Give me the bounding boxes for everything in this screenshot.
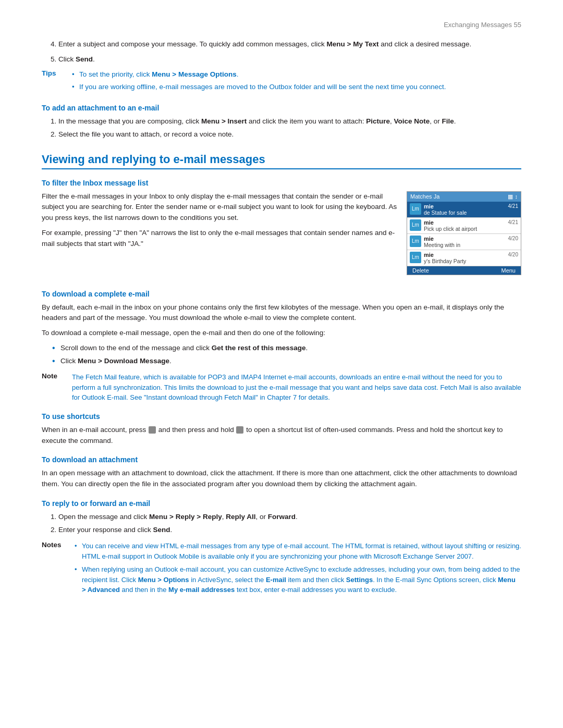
main-section-title: Viewing and replying to e-mail messages (42, 153, 521, 169)
reply-forward-step-1: Open the message and click Menu > Reply … (58, 512, 521, 523)
bullet-2: Click Menu > Download Message. (52, 356, 521, 367)
add-attachment-step-1: In the message that you are composing, c… (58, 116, 521, 127)
avatar: Lm (410, 219, 421, 231)
download-attachment-body: In an open message with an attachment to… (42, 468, 521, 490)
tips-content: To set the priority, click Menu > Messag… (72, 69, 521, 94)
key-icon (149, 426, 156, 434)
reply-forward-steps: Open the message and click Menu > Reply … (58, 512, 521, 536)
shortcuts-title: To use shortcuts (42, 412, 521, 421)
tips-label: Tips (42, 69, 68, 94)
tips-block: Tips To set the priority, click Menu > M… (42, 69, 521, 94)
bullet-1: Scroll down to the end of the message an… (52, 343, 521, 354)
step-4: Enter a subject and compose your message… (58, 39, 521, 50)
add-attachment-title: To add an attachment to an e-mail (42, 104, 521, 112)
tip-1: To set the priority, click Menu > Messag… (72, 69, 521, 80)
filter-inbox-title: To filter the Inbox message list (42, 179, 521, 187)
step-5: Click Send. (58, 54, 521, 65)
inbox-footer: Delete Menu (407, 266, 521, 275)
filter-inbox-section: Matches Ja ▦ ↕ Lm mie de Statue for sale… (42, 191, 521, 280)
reply-forward-title: To reply to or forward an e-mail (42, 499, 521, 508)
key-hold-icon (236, 426, 243, 434)
inbox-screenshot-header: Matches Ja ▦ ↕ (407, 192, 521, 202)
shortcuts-body: When in an e-mail account, press and the… (42, 425, 521, 447)
note-block: Note The Fetch Mail feature, which is av… (42, 372, 521, 403)
download-complete-title: To download a complete e-mail (42, 290, 521, 298)
add-attachment-step-2: Select the file you want to attach, or r… (58, 129, 521, 140)
avatar: Lm (410, 203, 421, 215)
inbox-row: Lm mie Meeting with in 4/20 (407, 234, 521, 250)
download-complete-body2: To download a complete e-mail message, o… (42, 328, 521, 339)
inbox-row: Lm mie Pick up click at airport 4/21 (407, 218, 521, 234)
inbox-row: Lm mie y's Birthday Party 4/20 (407, 250, 521, 266)
note-item-1: You can receive and view HTML e-mail mes… (75, 541, 521, 561)
add-attachment-steps: In the message that you are composing, c… (58, 116, 521, 140)
notes-block: Notes You can receive and view HTML e-ma… (42, 541, 521, 598)
download-attachment-title: To download an attachment (42, 455, 521, 464)
reply-forward-step-2: Enter your response and click Send. (58, 525, 521, 536)
download-complete-bullets: Scroll down to the end of the message an… (52, 343, 521, 367)
inbox-row: Lm mie de Statue for sale 4/21 (407, 202, 521, 218)
avatar: Lm (410, 252, 421, 263)
avatar: Lm (410, 236, 421, 247)
tip-2: If you are working offline, e-mail messa… (72, 82, 521, 93)
page-header: Exchanging Messages 55 (42, 21, 521, 29)
note-item-2: When replying using an Outlook e-mail ac… (75, 564, 521, 595)
download-complete-body1: By default, each e-mail in the inbox on … (42, 302, 521, 324)
inbox-screenshot: Matches Ja ▦ ↕ Lm mie de Statue for sale… (407, 191, 521, 275)
